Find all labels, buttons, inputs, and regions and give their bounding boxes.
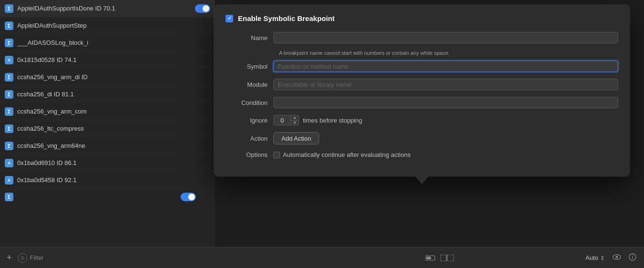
condition-input[interactable] xyxy=(273,97,618,108)
layout-icon xyxy=(440,255,454,261)
right-icons xyxy=(425,255,454,261)
toolbar-right: Auto i xyxy=(459,247,644,268)
list-item[interactable]: Σ ccsha256_vng_arm64ne xyxy=(0,137,215,155)
ignore-row: Ignore ▲ ▼ times before stopping xyxy=(225,115,618,125)
list-item[interactable]: Σ AppleIDAuthSupportIsDone ID 70.1 xyxy=(0,0,215,17)
bp-label: ccsha256_di ID 81.1 xyxy=(17,91,74,98)
bp-label: ccsha256_vng_arm64ne xyxy=(17,142,85,149)
breakpoint-popup: Enable Symbolic Breakpoint Name A breakp… xyxy=(214,5,630,176)
list-item[interactable]: Σ ccsha256_ltc_compress xyxy=(0,120,215,137)
filter-icon[interactable]: ⊙ xyxy=(18,253,27,263)
list-item[interactable]: Σ AppleIDAuthSupportStep xyxy=(0,17,215,34)
eye-icon xyxy=(612,254,621,260)
sigma-badge: Σ xyxy=(5,124,13,133)
ignore-label: Ignore xyxy=(225,117,273,124)
module-label: Module xyxy=(225,81,273,88)
list-item[interactable]: Σ ccsha256_vng_arm_com xyxy=(0,103,215,120)
symbol-label: Symbol xyxy=(225,63,273,70)
sigma-badge: Σ xyxy=(5,90,13,99)
sigma-badge: Σ xyxy=(5,107,13,116)
sigma-badge: Σ xyxy=(5,39,13,47)
svg-rect-2 xyxy=(440,255,446,261)
breakpoint-list: Σ AppleIDAuthSupportIsDone ID 70.1 Σ App… xyxy=(0,0,215,268)
options-label: Options xyxy=(225,151,273,158)
module-row: Module xyxy=(225,79,618,90)
options-controls: Automatically continue after evaluating … xyxy=(273,151,410,158)
stepper-arrows: ▲ ▼ xyxy=(290,115,299,125)
svg-text:i: i xyxy=(632,255,633,260)
bp-label: 0x1ba0d6910 ID 86.1 xyxy=(17,159,76,166)
name-label: Name xyxy=(225,34,273,41)
stepper-up-button[interactable]: ▲ xyxy=(291,115,299,121)
sigma-badge: Σ xyxy=(5,4,13,13)
addr-badge: A xyxy=(5,176,13,185)
info-icon: i xyxy=(629,253,636,261)
sigma-badge: Σ xyxy=(5,193,13,201)
addr-badge: A xyxy=(5,56,13,64)
symbol-input[interactable] xyxy=(273,61,618,72)
bp-toggle[interactable] xyxy=(181,193,196,201)
bp-label: ccsha256_vng_arm_di ID xyxy=(17,73,87,81)
enable-checkbox-wrapper xyxy=(225,15,233,22)
auto-select[interactable]: Auto xyxy=(585,254,605,261)
name-input[interactable] xyxy=(273,32,618,43)
ignore-suffix: times before stopping xyxy=(303,117,362,124)
filter-area: ⊙ Filter xyxy=(18,253,135,263)
list-item[interactable]: Σ ccsha256_vng_arm_di ID xyxy=(0,69,215,86)
action-row: Action Add Action xyxy=(225,132,618,144)
add-button[interactable]: + xyxy=(5,253,14,263)
options-checkbox[interactable] xyxy=(273,152,280,158)
stepper-icon xyxy=(600,255,605,261)
module-input[interactable] xyxy=(273,79,618,90)
ignore-controls: ▲ ▼ times before stopping xyxy=(273,115,362,125)
condition-label: Condition xyxy=(225,99,273,106)
list-item[interactable]: A 0x1ba0d5458 ID 92.1 xyxy=(0,172,215,189)
bp-label: 0x1815d0528 ID 74.1 xyxy=(17,56,76,63)
options-text: Automatically continue after evaluating … xyxy=(283,151,410,158)
svg-rect-1 xyxy=(426,257,431,259)
list-item[interactable]: A 0x1ba0d6910 ID 86.1 xyxy=(0,155,215,172)
name-hint: A breakpoint name cannot start with numb… xyxy=(279,50,618,56)
eye-button[interactable] xyxy=(612,254,621,261)
list-item[interactable]: Σ ___AIDASOSLog_block_i xyxy=(0,34,215,52)
condition-row: Condition xyxy=(225,97,618,108)
stepper-down-button[interactable]: ▼ xyxy=(291,121,299,125)
sigma-badge: Σ xyxy=(5,73,13,82)
bp-label: AppleIDAuthSupportStep xyxy=(17,22,86,29)
info-button[interactable]: i xyxy=(629,253,636,262)
bp-label: 0x1ba0d5458 ID 92.1 xyxy=(17,176,76,184)
bp-label: AppleIDAuthSupportIsDone ID 70.1 xyxy=(17,5,115,12)
auto-label: Auto xyxy=(585,254,598,261)
filter-label: Filter xyxy=(30,254,44,261)
enable-checkbox[interactable] xyxy=(225,15,233,22)
list-item[interactable]: Σ ccsha256_di ID 81.1 xyxy=(0,86,215,103)
bottom-toolbar: + ⊙ Filter xyxy=(0,247,459,268)
svg-point-5 xyxy=(616,256,618,258)
last-row: Σ xyxy=(0,189,215,205)
addr-badge: A xyxy=(5,159,13,167)
ignore-stepper: ▲ ▼ xyxy=(273,115,299,125)
bp-label: ___AIDASOSLog_block_i xyxy=(17,39,88,46)
name-row: Name xyxy=(225,32,618,43)
svg-rect-3 xyxy=(447,255,454,261)
symbol-row: Symbol xyxy=(225,61,618,72)
add-action-button[interactable]: Add Action xyxy=(273,132,319,144)
list-item[interactable]: A 0x1815d0528 ID 74.1 xyxy=(0,52,215,69)
action-label: Action xyxy=(225,135,273,142)
bp-toggle[interactable] xyxy=(195,4,210,13)
popup-title: Enable Symbolic Breakpoint xyxy=(238,14,335,22)
breakpoint-icon xyxy=(425,255,437,261)
bp-label: ccsha256_vng_arm_com xyxy=(17,108,86,115)
options-row: Options Automatically continue after eva… xyxy=(225,151,618,158)
bp-label: ccsha256_ltc_compress xyxy=(17,125,84,132)
popup-header: Enable Symbolic Breakpoint xyxy=(225,14,618,22)
sigma-badge: Σ xyxy=(5,142,13,150)
ignore-input[interactable] xyxy=(273,115,290,125)
sigma-badge: Σ xyxy=(5,21,13,30)
